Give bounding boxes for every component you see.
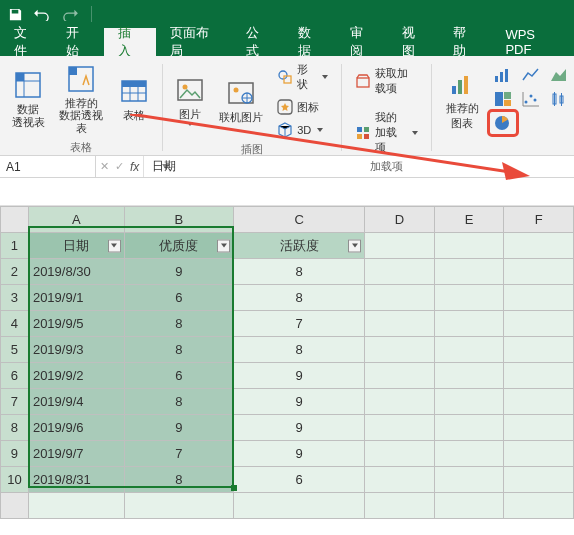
cell[interactable]: 6 (124, 363, 233, 389)
cell[interactable]: 9 (124, 259, 233, 285)
spreadsheet-grid[interactable]: A B C D E F 1 日期 优质度 活跃度 2 2019/8/30 9 8… (0, 206, 574, 519)
fx-icon[interactable]: fx (130, 160, 139, 174)
cell[interactable] (365, 285, 435, 311)
cell[interactable] (28, 493, 124, 519)
col-header-F[interactable]: F (504, 207, 574, 233)
row-header[interactable]: 7 (1, 389, 29, 415)
cell[interactable] (365, 259, 435, 285)
tab-view[interactable]: 视图 (388, 28, 440, 56)
cell[interactable]: 2019/8/31 (28, 467, 124, 493)
stat-chart-button[interactable] (546, 88, 572, 110)
cell[interactable] (504, 233, 574, 259)
cell[interactable] (434, 389, 504, 415)
cell[interactable] (504, 311, 574, 337)
redo-icon[interactable] (61, 7, 79, 21)
get-addins-button[interactable]: 获取加载项 (352, 64, 421, 98)
cell[interactable] (504, 389, 574, 415)
row-header[interactable]: 6 (1, 363, 29, 389)
cell[interactable] (434, 415, 504, 441)
cell[interactable]: 2019/9/1 (28, 285, 124, 311)
cell[interactable]: 8 (124, 337, 233, 363)
col-header-B[interactable]: B (124, 207, 233, 233)
cell[interactable]: 2019/9/4 (28, 389, 124, 415)
filter-icon[interactable] (217, 239, 230, 252)
my-addins-button[interactable]: 我的加载项 (352, 108, 421, 157)
cell[interactable]: 6 (124, 285, 233, 311)
tab-help[interactable]: 帮助 (439, 28, 491, 56)
tab-data[interactable]: 数据 (284, 28, 336, 56)
cell[interactable]: 8 (234, 259, 365, 285)
picture-button[interactable]: 图片 (169, 72, 211, 129)
cell[interactable] (365, 493, 435, 519)
row-header[interactable]: 2 (1, 259, 29, 285)
cell[interactable]: 8 (234, 337, 365, 363)
cell[interactable]: 2019/9/5 (28, 311, 124, 337)
cell[interactable] (434, 311, 504, 337)
cell[interactable] (434, 337, 504, 363)
cell[interactable]: 7 (124, 441, 233, 467)
cell-B1[interactable]: 优质度 (124, 233, 233, 259)
tab-layout[interactable]: 页面布局 (156, 28, 232, 56)
cell[interactable] (434, 493, 504, 519)
tab-insert[interactable]: 插入 (104, 28, 156, 56)
row-header[interactable]: 9 (1, 441, 29, 467)
area-chart-button[interactable] (546, 64, 572, 86)
cell[interactable] (365, 467, 435, 493)
cell-A1[interactable]: 日期 (28, 233, 124, 259)
cell[interactable] (365, 441, 435, 467)
cell[interactable]: 9 (234, 415, 365, 441)
pie-chart-button[interactable] (490, 112, 516, 134)
cell[interactable]: 8 (124, 389, 233, 415)
scatter-chart-button[interactable] (518, 88, 544, 110)
formula-input[interactable]: 日期 (144, 156, 574, 177)
cell[interactable] (365, 311, 435, 337)
tab-home[interactable]: 开始 (52, 28, 104, 56)
cell[interactable] (434, 363, 504, 389)
col-header-A[interactable]: A (28, 207, 124, 233)
table-button[interactable]: 表格 (112, 73, 156, 124)
cell-C1[interactable]: 活跃度 (234, 233, 365, 259)
icons-button[interactable]: 图标 (274, 97, 331, 117)
bar-chart-button[interactable] (490, 64, 516, 86)
online-picture-button[interactable]: 联机图片 (213, 75, 268, 126)
cell[interactable]: 2019/9/6 (28, 415, 124, 441)
cell[interactable] (234, 493, 365, 519)
recommended-charts-button[interactable]: 推荐的 图表 (438, 66, 486, 131)
row-header[interactable]: 5 (1, 337, 29, 363)
cell[interactable] (365, 363, 435, 389)
cell[interactable]: 2019/9/3 (28, 337, 124, 363)
line-chart-button[interactable] (518, 64, 544, 86)
cell[interactable] (365, 389, 435, 415)
cell[interactable]: 9 (234, 441, 365, 467)
row-header[interactable]: 10 (1, 467, 29, 493)
hierarchy-chart-button[interactable] (490, 88, 516, 110)
name-box[interactable] (0, 156, 96, 177)
cell[interactable]: 7 (234, 311, 365, 337)
3d-models-button[interactable]: 3D (274, 120, 331, 140)
cell[interactable] (434, 233, 504, 259)
cell[interactable]: 2019/9/2 (28, 363, 124, 389)
cell[interactable]: 8 (234, 285, 365, 311)
save-icon[interactable] (8, 7, 23, 22)
tab-formulas[interactable]: 公式 (232, 28, 284, 56)
row-header[interactable]: 1 (1, 233, 29, 259)
cell[interactable] (434, 467, 504, 493)
col-header-C[interactable]: C (234, 207, 365, 233)
col-header-E[interactable]: E (434, 207, 504, 233)
select-all-corner[interactable] (1, 207, 29, 233)
cell[interactable]: 8 (124, 311, 233, 337)
cell[interactable] (504, 337, 574, 363)
tab-file[interactable]: 文件 (0, 28, 52, 56)
cell[interactable] (504, 259, 574, 285)
shapes-button[interactable]: 形状 (274, 60, 331, 94)
recommended-pivot-button[interactable]: 推荐的 数据透视表 (52, 61, 110, 137)
undo-icon[interactable] (33, 7, 51, 21)
filter-icon[interactable] (348, 239, 361, 252)
cell[interactable] (504, 493, 574, 519)
cell[interactable] (504, 363, 574, 389)
cell[interactable] (504, 467, 574, 493)
cell[interactable] (365, 337, 435, 363)
filter-icon[interactable] (108, 239, 121, 252)
row-header[interactable]: 8 (1, 415, 29, 441)
cell[interactable] (434, 259, 504, 285)
